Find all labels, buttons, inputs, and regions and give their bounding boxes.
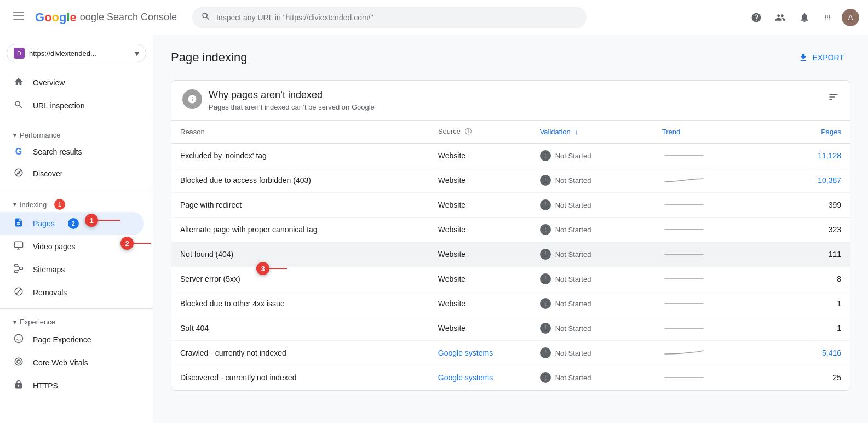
- https-label: HTTPS: [33, 381, 58, 390]
- google-g-icon: G: [13, 147, 24, 157]
- notifications-button[interactable]: [794, 7, 815, 28]
- url-search-input[interactable]: [216, 13, 578, 22]
- col-reason-header: Reason: [171, 121, 429, 144]
- cell-reason: Blocked due to access forbidden (403): [171, 168, 429, 193]
- validation-icon: !: [540, 249, 551, 260]
- performance-section[interactable]: ▾ Performance: [0, 127, 153, 141]
- sidebar-item-pages[interactable]: Pages 2: [0, 212, 144, 235]
- svg-rect-1: [13, 15, 24, 16]
- discover-label: Discover: [33, 169, 62, 178]
- validation-icon: !: [540, 273, 551, 284]
- cell-reason: Alternate page with proper canonical tag: [171, 218, 429, 242]
- table-row[interactable]: Alternate page with proper canonical tag…: [171, 218, 850, 242]
- indexing-section[interactable]: ▾ Indexing 1: [0, 195, 153, 212]
- svg-rect-6: [15, 265, 18, 267]
- export-button[interactable]: EXPORT: [792, 48, 850, 67]
- property-dropdown-arrow: ▾: [135, 48, 139, 59]
- cell-trend: [653, 242, 755, 267]
- cell-trend: [653, 365, 755, 390]
- table-row[interactable]: Not found (404) Website ! Not Started 11…: [171, 242, 850, 267]
- cell-pages: 11,128: [755, 144, 850, 168]
- cell-reason: Soft 404: [171, 316, 429, 341]
- cell-reason: Blocked due to other 4xx issue: [171, 291, 429, 316]
- cell-trend: [653, 267, 755, 291]
- sidebar-item-overview[interactable]: Overview: [0, 71, 144, 94]
- table-row[interactable]: Soft 404 Website ! Not Started 1: [171, 316, 850, 341]
- source-help-icon[interactable]: ⓘ: [465, 128, 472, 135]
- nav-divider-2: [0, 190, 153, 190]
- cell-pages: 10,387: [755, 168, 850, 193]
- core-web-vitals-label: Core Web Vitals: [33, 358, 88, 367]
- sidebar-item-removals[interactable]: Removals: [0, 281, 144, 304]
- table-row[interactable]: Discovered - currently not indexed Googl…: [171, 365, 850, 390]
- indexing-badge: 1: [54, 199, 65, 210]
- table-row[interactable]: Excluded by 'noindex' tag Website ! Not …: [171, 144, 850, 168]
- card-title: Why pages aren’t indexed: [209, 89, 375, 101]
- sidebar-item-https[interactable]: HTTPS: [0, 374, 144, 397]
- svg-point-13: [20, 338, 21, 339]
- apps-button[interactable]: [818, 7, 840, 28]
- manage-account-button[interactable]: [769, 7, 791, 28]
- cell-validation: ! Not Started: [531, 193, 653, 218]
- url-search-bar[interactable]: [192, 7, 587, 28]
- url-inspection-label: URL inspection: [33, 101, 84, 110]
- cell-trend: [653, 193, 755, 218]
- svg-rect-0: [13, 12, 24, 13]
- info-icon: [182, 89, 202, 109]
- sidebar-item-sitemaps[interactable]: Sitemaps: [0, 258, 144, 281]
- experience-label: Experience: [20, 318, 55, 326]
- logo[interactable]: Google oogle Search Console: [35, 10, 177, 25]
- sidebar-item-page-experience[interactable]: Page Experience: [0, 328, 144, 351]
- topbar-actions: A: [745, 7, 859, 28]
- menu-icon[interactable]: [9, 6, 28, 28]
- col-pages-header: Pages: [755, 121, 850, 144]
- cell-source: Website: [429, 316, 531, 341]
- cell-reason: Discovered - currently not indexed: [171, 365, 429, 390]
- page-experience-icon: [13, 334, 24, 346]
- sidebar-item-search-results[interactable]: G Search results: [0, 141, 144, 162]
- cell-trend: [653, 291, 755, 316]
- validation-text: Not Started: [555, 374, 591, 382]
- property-name: https://diviextended...: [29, 49, 130, 58]
- search-nav-icon: [13, 100, 24, 112]
- avatar[interactable]: A: [842, 9, 859, 26]
- svg-point-15: [17, 360, 20, 363]
- sidebar-item-url-inspection[interactable]: URL inspection: [0, 94, 144, 117]
- table-row[interactable]: Blocked due to other 4xx issue Website !…: [171, 291, 850, 316]
- experience-section[interactable]: ▾ Experience: [0, 313, 153, 328]
- help-button[interactable]: [745, 7, 767, 28]
- sidebar-item-core-web-vitals[interactable]: Core Web Vitals: [0, 351, 144, 374]
- table-row[interactable]: Server error (5xx) Website ! Not Started…: [171, 267, 850, 291]
- filter-icon[interactable]: [828, 92, 839, 104]
- svg-line-10: [18, 268, 20, 272]
- validation-icon: !: [540, 224, 551, 235]
- validation-text: Not Started: [555, 201, 591, 209]
- property-selector[interactable]: D https://diviextended... ▾: [7, 44, 146, 62]
- cell-pages: 8: [755, 267, 850, 291]
- cell-pages: 1: [755, 316, 850, 341]
- search-results-label: Search results: [33, 147, 82, 156]
- nav-divider-1: [0, 122, 153, 122]
- cell-reason: Excluded by 'noindex' tag: [171, 144, 429, 168]
- home-icon: [13, 77, 24, 89]
- col-validation-header[interactable]: Validation ↓: [531, 121, 653, 144]
- table-header-row: Reason Source ⓘ Validation ↓ Trend Pages: [171, 121, 850, 144]
- cell-validation: ! Not Started: [531, 218, 653, 242]
- cell-trend: [653, 316, 755, 341]
- sidebar-item-video-pages[interactable]: Video pages: [0, 235, 144, 258]
- cell-trend: [653, 144, 755, 168]
- cell-pages: 323: [755, 218, 850, 242]
- table-row[interactable]: Blocked due to access forbidden (403) We…: [171, 168, 850, 193]
- cell-source: Website: [429, 291, 531, 316]
- validation-text: Not Started: [555, 275, 591, 283]
- svg-rect-2: [13, 19, 24, 20]
- removals-icon: [13, 287, 24, 299]
- table-row[interactable]: Crawled - currently not indexed Google s…: [171, 341, 850, 365]
- indexing-chevron: ▾: [13, 201, 16, 208]
- page-experience-label: Page Experience: [33, 335, 91, 344]
- table-row[interactable]: Page with redirect Website ! Not Started…: [171, 193, 850, 218]
- sidebar-item-discover[interactable]: Discover: [0, 162, 144, 185]
- cell-validation: ! Not Started: [531, 291, 653, 316]
- validation-icon: !: [540, 347, 551, 358]
- cell-reason: Not found (404): [171, 242, 429, 267]
